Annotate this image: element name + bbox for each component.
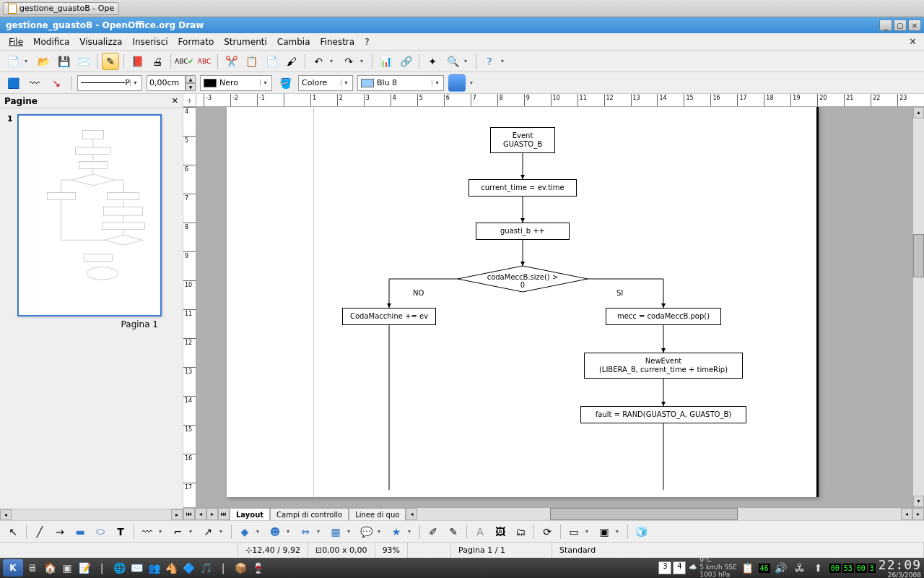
tab-linee-quota[interactable]: Linee di quo xyxy=(349,508,406,520)
ellipse-tool[interactable]: ⬭ xyxy=(92,523,109,540)
hscroll-left[interactable]: ◂ xyxy=(901,508,912,520)
redo-button[interactable]: ↷ xyxy=(340,53,357,70)
menu-modifica[interactable]: Modifica xyxy=(29,35,74,48)
menu-finestra[interactable]: Finestra xyxy=(316,35,359,48)
fill-bucket-icon[interactable]: 🪣 xyxy=(276,74,294,92)
print-button[interactable]: 🖨 xyxy=(149,53,166,70)
paste-button[interactable]: 📄 xyxy=(263,53,280,70)
line-style-combo[interactable]: P ▾ xyxy=(77,75,142,91)
autocheck-button[interactable]: ABC xyxy=(196,53,213,70)
line-tool[interactable]: ╱ xyxy=(31,523,48,540)
taskbar-mail-icon[interactable]: ✉️ xyxy=(128,560,144,576)
status-zoom[interactable]: 93% xyxy=(375,543,408,558)
pages-panel-close[interactable]: ✕ xyxy=(172,96,178,105)
undo-button[interactable]: ↶ xyxy=(310,53,327,70)
taskbar-ktorrent-icon[interactable]: 🔷 xyxy=(180,560,196,576)
gluepoints-tool[interactable]: ✎ xyxy=(445,523,462,540)
drawing-viewport[interactable]: Event GUASTO_B current_time = ev.time gu… xyxy=(196,107,912,507)
symbol-shapes-tool[interactable]: ☻ xyxy=(266,523,284,540)
rectangle-tool[interactable]: ▬ xyxy=(71,523,89,540)
menu-cambia[interactable]: Cambia xyxy=(273,35,315,48)
save-button[interactable]: 💾 xyxy=(55,53,72,70)
minimize-button[interactable]: _ xyxy=(879,20,892,31)
scroll-down[interactable]: ▾ xyxy=(913,496,924,507)
undo-dropdown[interactable]: ▾ xyxy=(330,58,337,64)
pages-hscrollbar[interactable]: ◂ ▸ xyxy=(0,509,183,520)
flow-node-codamacchine[interactable]: CodaMacchine += ev xyxy=(342,308,436,325)
tab-nav-next[interactable]: ▸ xyxy=(206,508,218,520)
zoom-button[interactable]: 🔍 xyxy=(444,53,461,70)
from-file-tool[interactable]: 🖼 xyxy=(492,523,509,540)
taskbar-amule-icon[interactable]: 🐴 xyxy=(163,560,179,576)
vscroll-thumb[interactable] xyxy=(913,234,924,277)
tab-campi-controllo[interactable]: Campi di controllo xyxy=(270,508,349,520)
rotate-tool[interactable]: ⟳ xyxy=(539,523,556,540)
export-pdf-button[interactable]: 📕 xyxy=(128,53,146,70)
fmt-overflow[interactable]: ▾ xyxy=(470,79,477,86)
flowchart-shapes-tool[interactable]: ▦ xyxy=(327,523,344,540)
line-width-input[interactable] xyxy=(147,75,186,91)
flow-decision-label[interactable]: codaMeccB.size() > 0 xyxy=(484,273,562,289)
taskbar-entry[interactable]: gestione_guastoB - Ope xyxy=(3,2,119,15)
scroll-left[interactable]: ◂ xyxy=(0,509,12,520)
tray-klipper-icon[interactable]: 📋 xyxy=(740,560,756,576)
document-close-button[interactable]: ✕ xyxy=(906,36,920,47)
scroll-up[interactable]: ▴ xyxy=(913,107,924,118)
flow-node-fault-rand[interactable]: fault = RAND(GUASTO_A, GUASTO_B) xyxy=(580,406,746,423)
taskbar-browser-icon[interactable]: 🌐 xyxy=(111,560,127,576)
menu-formato[interactable]: Formato xyxy=(174,35,219,48)
tab-nav-first[interactable]: ⏮ xyxy=(183,508,195,520)
taskbar-desktop-icon[interactable]: 🖥 xyxy=(25,560,40,576)
taskbar-virtualbox-icon[interactable]: 📦 xyxy=(232,560,248,576)
desktop-pager-3[interactable]: 3 xyxy=(658,561,671,574)
redo-dropdown[interactable]: ▾ xyxy=(360,58,367,64)
navigator-button[interactable]: ✦ xyxy=(424,53,441,70)
horizontal-scrollbar[interactable] xyxy=(420,508,901,520)
taskbar-home-icon[interactable]: 🏠 xyxy=(42,560,58,576)
drawing-page[interactable]: Event GUASTO_B current_time = ev.time gu… xyxy=(227,107,819,497)
fill-mode-combo[interactable]: Colore ▾ xyxy=(298,75,353,91)
tray-volume-icon[interactable]: 🔊 xyxy=(773,560,789,576)
horizontal-ruler[interactable]: ⊹ -3-2-112345678910111213141516171819202… xyxy=(183,94,924,107)
menu-strumenti[interactable]: Strumenti xyxy=(219,35,271,48)
taskbar-kopete-icon[interactable]: 👥 xyxy=(146,560,162,576)
ruler-origin[interactable]: ⊹ xyxy=(183,94,196,107)
vertical-scrollbar[interactable]: ▴ ▾ xyxy=(912,107,924,507)
tab-nav-more[interactable]: ◂ xyxy=(406,508,417,520)
shadow-button[interactable] xyxy=(448,74,466,92)
flow-node-current-time[interactable]: current_time = ev.time xyxy=(468,179,577,197)
close-button[interactable]: ✕ xyxy=(908,20,921,31)
new-dropdown[interactable]: ▾ xyxy=(25,58,32,64)
page-thumbnail[interactable] xyxy=(17,114,162,316)
callouts-tool[interactable]: 💬 xyxy=(357,523,375,540)
weather-applet[interactable]: ☁️ 9°C 5 km/h SSE 1003 hPa xyxy=(689,557,736,578)
taskbar-wine-icon[interactable]: 🍷 xyxy=(250,560,266,576)
flow-node-event[interactable]: Event GUASTO_B xyxy=(490,127,555,153)
menu-help[interactable]: ? xyxy=(360,35,373,48)
chart-button[interactable]: 📊 xyxy=(377,53,394,70)
cut-button[interactable]: ✂️ xyxy=(222,53,240,70)
open-button[interactable]: 📂 xyxy=(35,53,52,70)
tray-indicator[interactable]: 46 xyxy=(759,564,770,573)
select-tool[interactable]: ↖ xyxy=(4,523,22,540)
copy-button[interactable]: 📋 xyxy=(243,53,260,70)
tab-layout[interactable]: Layout xyxy=(230,508,270,520)
toolbar-overflow[interactable]: ▾ xyxy=(501,58,508,64)
vertical-ruler[interactable]: 4567891011121314151617 xyxy=(183,107,196,507)
arrow-ends-button[interactable]: ↘ xyxy=(48,74,65,92)
spin-down[interactable]: ▼ xyxy=(186,83,196,91)
text-tool[interactable]: T xyxy=(112,523,129,540)
flow-node-newevent[interactable]: NewEvent (LIBERA_B, current_time + timeR… xyxy=(584,353,743,379)
hscroll-right[interactable]: ▸ xyxy=(912,508,924,520)
basic-shapes-tool[interactable]: ◆ xyxy=(236,523,253,540)
fontwork-tool[interactable]: A xyxy=(471,523,489,540)
format-paintbrush-button[interactable]: 🖌 xyxy=(283,53,300,70)
maximize-button[interactable]: ▢ xyxy=(894,20,907,31)
arrow-style-button[interactable]: 🟦 xyxy=(4,74,22,92)
hyperlink-button[interactable]: 🔗 xyxy=(397,53,414,70)
stars-tool[interactable]: ★ xyxy=(388,523,405,540)
help-button[interactable]: ? xyxy=(481,53,498,70)
gallery-tool[interactable]: 🗂 xyxy=(512,523,529,540)
line-style-icon[interactable]: 〰 xyxy=(26,74,43,92)
connector-tool[interactable]: ⌐ xyxy=(169,523,186,540)
